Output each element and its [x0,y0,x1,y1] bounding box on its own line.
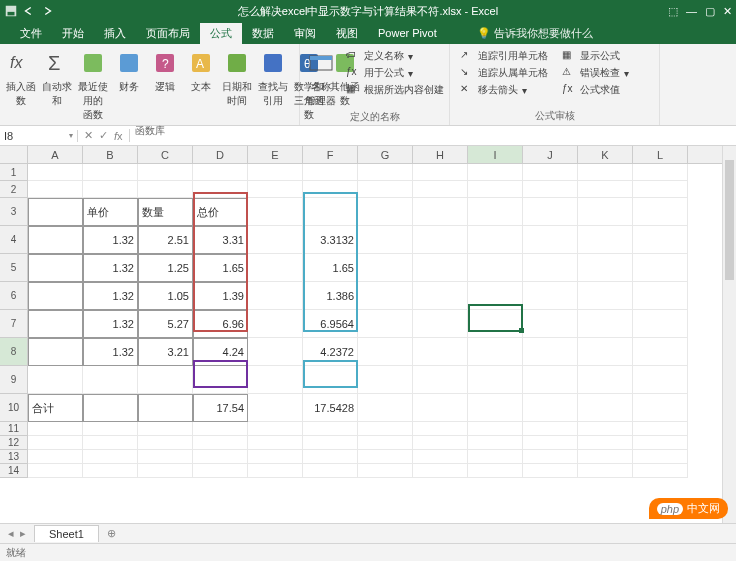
cell-K13[interactable] [578,450,633,464]
cell-C4[interactable]: 2.51 [138,226,193,254]
cell-E8[interactable] [248,338,303,366]
vertical-scrollbar[interactable] [722,146,736,523]
cell-L14[interactable] [633,464,688,478]
cell-K14[interactable] [578,464,633,478]
cell-D9[interactable] [193,366,248,394]
cell-H11[interactable] [413,422,468,436]
tab-data[interactable]: 数据 [242,23,284,44]
cell-G7[interactable] [358,310,413,338]
row-header-13[interactable]: 13 [0,450,28,464]
cell-F1[interactable] [303,164,358,181]
cell-H13[interactable] [413,450,468,464]
cell-H4[interactable] [413,226,468,254]
cell-B9[interactable] [83,366,138,394]
cell-D13[interactable] [193,450,248,464]
cell-K6[interactable] [578,282,633,310]
cell-A9[interactable] [28,366,83,394]
use-in-formula-button[interactable]: ƒx用于公式 ▾ [342,65,448,81]
col-header-B[interactable]: B [83,146,138,163]
cell-I5[interactable] [468,254,523,282]
cell-J6[interactable] [523,282,578,310]
cell-C12[interactable] [138,436,193,450]
cell-C1[interactable] [138,164,193,181]
cell-J5[interactable] [523,254,578,282]
cell-B3[interactable]: 单价 [83,198,138,226]
tab-file[interactable]: 文件 [10,23,52,44]
col-header-H[interactable]: H [413,146,468,163]
error-checking-button[interactable]: ⚠错误检查 ▾ [558,65,633,81]
trace-dependents-button[interactable]: ↘追踪从属单元格 [456,65,552,81]
cell-I14[interactable] [468,464,523,478]
cell-L10[interactable] [633,394,688,422]
create-from-selection-button[interactable]: ▦根据所选内容创建 [342,82,448,98]
col-header-K[interactable]: K [578,146,633,163]
row-header-6[interactable]: 6 [0,282,28,310]
cell-L12[interactable] [633,436,688,450]
cell-A13[interactable] [28,450,83,464]
enter-icon[interactable]: ✓ [99,129,108,142]
row-header-14[interactable]: 14 [0,464,28,478]
cell-B14[interactable] [83,464,138,478]
cell-J7[interactable] [523,310,578,338]
row-header-5[interactable]: 5 [0,254,28,282]
cell-I13[interactable] [468,450,523,464]
cell-J14[interactable] [523,464,578,478]
cell-A8[interactable] [28,338,83,366]
cell-L6[interactable] [633,282,688,310]
define-name-button[interactable]: 🏷定义名称 ▾ [342,48,448,64]
cell-E3[interactable] [248,198,303,226]
cell-F5[interactable]: 1.65 [303,254,358,282]
cell-G6[interactable] [358,282,413,310]
cell-C10[interactable] [138,394,193,422]
cell-I12[interactable] [468,436,523,450]
col-header-F[interactable]: F [303,146,358,163]
cell-C5[interactable]: 1.25 [138,254,193,282]
redo-icon[interactable] [40,4,54,18]
lookup-button[interactable]: 查找与引用 [256,46,290,110]
cell-B2[interactable] [83,181,138,198]
cell-F11[interactable] [303,422,358,436]
fx-button-icon[interactable]: fx [114,130,123,142]
insert-function-button[interactable]: fx 插入函数 [4,46,38,110]
ribbon-options-icon[interactable]: ⬚ [668,5,678,18]
close-icon[interactable]: ✕ [723,5,732,18]
cell-L8[interactable] [633,338,688,366]
cell-J12[interactable] [523,436,578,450]
row-header-8[interactable]: 8 [0,338,28,366]
cell-D12[interactable] [193,436,248,450]
cell-J11[interactable] [523,422,578,436]
row-header-3[interactable]: 3 [0,198,28,226]
show-formulas-button[interactable]: ▦显示公式 [558,48,633,64]
cell-G3[interactable] [358,198,413,226]
cell-K10[interactable] [578,394,633,422]
cell-C13[interactable] [138,450,193,464]
cell-D4[interactable]: 3.31 [193,226,248,254]
cell-K5[interactable] [578,254,633,282]
cell-B8[interactable]: 1.32 [83,338,138,366]
cell-B10[interactable] [83,394,138,422]
cell-G8[interactable] [358,338,413,366]
cell-H7[interactable] [413,310,468,338]
cell-B11[interactable] [83,422,138,436]
cell-H3[interactable] [413,198,468,226]
cell-G9[interactable] [358,366,413,394]
cell-H8[interactable] [413,338,468,366]
logical-button[interactable]: ? 逻辑 [148,46,182,96]
cell-I6[interactable] [468,282,523,310]
cell-I4[interactable] [468,226,523,254]
minimize-icon[interactable]: — [686,5,697,18]
cell-E11[interactable] [248,422,303,436]
cell-A14[interactable] [28,464,83,478]
cell-I7[interactable] [468,310,523,338]
row-header-7[interactable]: 7 [0,310,28,338]
cell-L3[interactable] [633,198,688,226]
cell-C2[interactable] [138,181,193,198]
cell-F7[interactable]: 6.9564 [303,310,358,338]
cell-E1[interactable] [248,164,303,181]
cell-J10[interactable] [523,394,578,422]
cell-K9[interactable] [578,366,633,394]
row-header-10[interactable]: 10 [0,394,28,422]
cell-E2[interactable] [248,181,303,198]
cell-F4[interactable]: 3.3132 [303,226,358,254]
cell-A10[interactable]: 合计 [28,394,83,422]
